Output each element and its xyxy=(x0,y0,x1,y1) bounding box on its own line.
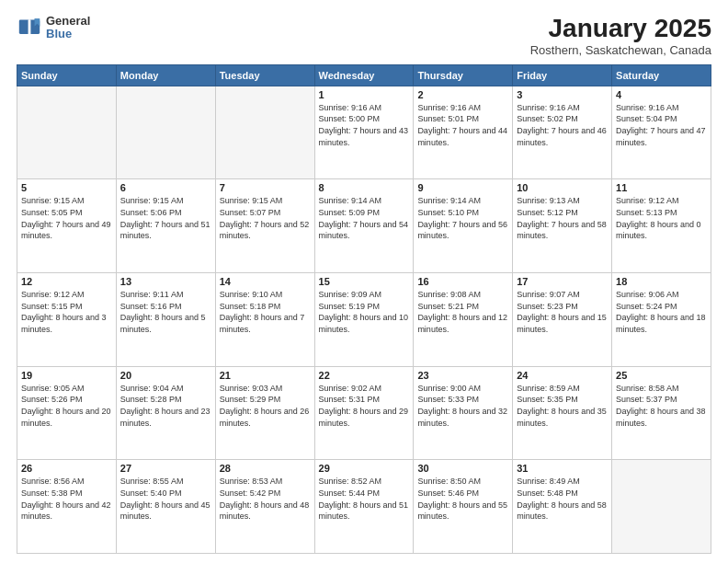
day-number: 17 xyxy=(517,276,608,287)
day-number: 11 xyxy=(616,182,707,193)
day-number: 2 xyxy=(417,89,508,100)
calendar-cell: 16Sunrise: 9:08 AM Sunset: 5:21 PM Dayli… xyxy=(414,273,513,367)
day-info: Sunrise: 8:53 AM Sunset: 5:42 PM Dayligh… xyxy=(220,476,311,522)
day-number: 1 xyxy=(319,89,410,100)
logo-icon xyxy=(17,15,42,40)
calendar-cell: 2Sunrise: 9:16 AM Sunset: 5:01 PM Daylig… xyxy=(414,86,513,179)
calendar-cell xyxy=(17,86,117,179)
calendar-cell: 23Sunrise: 9:00 AM Sunset: 5:33 PM Dayli… xyxy=(414,366,513,460)
calendar-cell: 28Sunrise: 8:53 AM Sunset: 5:42 PM Dayli… xyxy=(215,460,314,554)
calendar-cell: 18Sunrise: 9:06 AM Sunset: 5:24 PM Dayli… xyxy=(612,273,711,367)
calendar-week-0: 1Sunrise: 9:16 AM Sunset: 5:00 PM Daylig… xyxy=(17,86,711,179)
calendar-cell: 21Sunrise: 9:03 AM Sunset: 5:29 PM Dayli… xyxy=(215,366,314,460)
day-number: 19 xyxy=(21,370,112,381)
day-info: Sunrise: 9:10 AM Sunset: 5:18 PM Dayligh… xyxy=(220,289,311,335)
day-info: Sunrise: 9:16 AM Sunset: 5:00 PM Dayligh… xyxy=(319,102,410,148)
calendar-cell: 4Sunrise: 9:16 AM Sunset: 5:04 PM Daylig… xyxy=(612,86,711,179)
day-info: Sunrise: 9:09 AM Sunset: 5:19 PM Dayligh… xyxy=(319,289,410,335)
day-info: Sunrise: 9:11 AM Sunset: 5:16 PM Dayligh… xyxy=(120,289,211,335)
calendar-cell: 26Sunrise: 8:56 AM Sunset: 5:38 PM Dayli… xyxy=(17,460,117,554)
day-info: Sunrise: 8:50 AM Sunset: 5:46 PM Dayligh… xyxy=(417,476,508,522)
day-info: Sunrise: 9:00 AM Sunset: 5:33 PM Dayligh… xyxy=(417,383,508,429)
title-block: January 2025 Rosthern, Saskatchewan, Can… xyxy=(530,15,711,57)
calendar-cell: 15Sunrise: 9:09 AM Sunset: 5:19 PM Dayli… xyxy=(314,273,414,367)
day-number: 8 xyxy=(319,182,410,193)
day-info: Sunrise: 9:15 AM Sunset: 5:05 PM Dayligh… xyxy=(21,195,112,241)
weekday-header-row: SundayMondayTuesdayWednesdayThursdayFrid… xyxy=(17,64,711,86)
calendar-cell: 27Sunrise: 8:55 AM Sunset: 5:40 PM Dayli… xyxy=(116,460,215,554)
logo-text: General Blue xyxy=(46,15,90,41)
calendar-cell xyxy=(116,86,215,179)
calendar-cell: 17Sunrise: 9:07 AM Sunset: 5:23 PM Dayli… xyxy=(513,273,612,367)
calendar-cell xyxy=(215,86,314,179)
day-info: Sunrise: 9:14 AM Sunset: 5:10 PM Dayligh… xyxy=(417,195,508,241)
day-number: 20 xyxy=(120,370,211,381)
calendar-table: SundayMondayTuesdayWednesdayThursdayFrid… xyxy=(17,64,711,554)
day-number: 27 xyxy=(120,463,211,474)
day-number: 3 xyxy=(517,89,608,100)
svg-rect-2 xyxy=(28,20,31,34)
day-number: 18 xyxy=(616,276,707,287)
calendar-cell: 14Sunrise: 9:10 AM Sunset: 5:18 PM Dayli… xyxy=(215,273,314,367)
calendar-cell: 11Sunrise: 9:12 AM Sunset: 5:13 PM Dayli… xyxy=(612,179,711,273)
logo-blue-label: Blue xyxy=(46,28,90,40)
calendar-cell: 10Sunrise: 9:13 AM Sunset: 5:12 PM Dayli… xyxy=(513,179,612,273)
svg-rect-0 xyxy=(19,20,29,34)
day-info: Sunrise: 8:52 AM Sunset: 5:44 PM Dayligh… xyxy=(319,476,410,522)
header: General Blue January 2025 Rosthern, Sask… xyxy=(17,15,711,57)
day-number: 10 xyxy=(517,182,608,193)
day-info: Sunrise: 9:12 AM Sunset: 5:13 PM Dayligh… xyxy=(616,195,707,241)
day-info: Sunrise: 9:08 AM Sunset: 5:21 PM Dayligh… xyxy=(417,289,508,335)
day-info: Sunrise: 9:14 AM Sunset: 5:09 PM Dayligh… xyxy=(319,195,410,241)
weekday-header-thursday: Thursday xyxy=(414,64,513,86)
day-info: Sunrise: 9:07 AM Sunset: 5:23 PM Dayligh… xyxy=(517,289,608,335)
day-number: 15 xyxy=(319,276,410,287)
day-info: Sunrise: 9:06 AM Sunset: 5:24 PM Dayligh… xyxy=(616,289,707,335)
day-info: Sunrise: 9:16 AM Sunset: 5:02 PM Dayligh… xyxy=(517,102,608,148)
calendar-cell: 29Sunrise: 8:52 AM Sunset: 5:44 PM Dayli… xyxy=(314,460,414,554)
logo: General Blue xyxy=(17,15,90,41)
day-info: Sunrise: 8:56 AM Sunset: 5:38 PM Dayligh… xyxy=(21,476,112,522)
day-number: 16 xyxy=(417,276,508,287)
weekday-header-tuesday: Tuesday xyxy=(215,64,314,86)
day-info: Sunrise: 8:58 AM Sunset: 5:37 PM Dayligh… xyxy=(616,383,707,429)
day-number: 22 xyxy=(319,370,410,381)
day-info: Sunrise: 9:16 AM Sunset: 5:04 PM Dayligh… xyxy=(616,102,707,148)
day-number: 21 xyxy=(220,370,311,381)
day-number: 5 xyxy=(21,182,112,193)
weekday-header-monday: Monday xyxy=(116,64,215,86)
weekday-header-friday: Friday xyxy=(513,64,612,86)
day-number: 12 xyxy=(21,276,112,287)
calendar-cell: 22Sunrise: 9:02 AM Sunset: 5:31 PM Dayli… xyxy=(314,366,414,460)
weekday-header-wednesday: Wednesday xyxy=(314,64,414,86)
location-subtitle: Rosthern, Saskatchewan, Canada xyxy=(530,43,711,57)
calendar-week-2: 12Sunrise: 9:12 AM Sunset: 5:15 PM Dayli… xyxy=(17,273,711,367)
calendar-cell: 6Sunrise: 9:15 AM Sunset: 5:06 PM Daylig… xyxy=(116,179,215,273)
day-info: Sunrise: 9:03 AM Sunset: 5:29 PM Dayligh… xyxy=(220,383,311,429)
calendar-cell: 9Sunrise: 9:14 AM Sunset: 5:10 PM Daylig… xyxy=(414,179,513,273)
day-info: Sunrise: 8:55 AM Sunset: 5:40 PM Dayligh… xyxy=(120,476,211,522)
calendar-cell: 7Sunrise: 9:15 AM Sunset: 5:07 PM Daylig… xyxy=(215,179,314,273)
day-number: 30 xyxy=(417,463,508,474)
day-info: Sunrise: 8:59 AM Sunset: 5:35 PM Dayligh… xyxy=(517,383,608,429)
day-number: 23 xyxy=(417,370,508,381)
page: General Blue January 2025 Rosthern, Sask… xyxy=(0,0,728,563)
day-number: 4 xyxy=(616,89,707,100)
day-info: Sunrise: 9:13 AM Sunset: 5:12 PM Dayligh… xyxy=(517,195,608,241)
day-number: 7 xyxy=(220,182,311,193)
day-number: 26 xyxy=(21,463,112,474)
calendar-cell: 8Sunrise: 9:14 AM Sunset: 5:09 PM Daylig… xyxy=(314,179,414,273)
day-number: 9 xyxy=(417,182,508,193)
day-number: 28 xyxy=(220,463,311,474)
calendar-cell: 20Sunrise: 9:04 AM Sunset: 5:28 PM Dayli… xyxy=(116,366,215,460)
calendar-cell: 25Sunrise: 8:58 AM Sunset: 5:37 PM Dayli… xyxy=(612,366,711,460)
calendar-week-1: 5Sunrise: 9:15 AM Sunset: 5:05 PM Daylig… xyxy=(17,179,711,273)
calendar-cell: 13Sunrise: 9:11 AM Sunset: 5:16 PM Dayli… xyxy=(116,273,215,367)
calendar-week-3: 19Sunrise: 9:05 AM Sunset: 5:26 PM Dayli… xyxy=(17,366,711,460)
day-info: Sunrise: 9:04 AM Sunset: 5:28 PM Dayligh… xyxy=(120,383,211,429)
day-info: Sunrise: 9:05 AM Sunset: 5:26 PM Dayligh… xyxy=(21,383,112,429)
day-number: 31 xyxy=(517,463,608,474)
calendar-cell: 31Sunrise: 8:49 AM Sunset: 5:48 PM Dayli… xyxy=(513,460,612,554)
day-number: 24 xyxy=(517,370,608,381)
day-info: Sunrise: 9:12 AM Sunset: 5:15 PM Dayligh… xyxy=(21,289,112,335)
